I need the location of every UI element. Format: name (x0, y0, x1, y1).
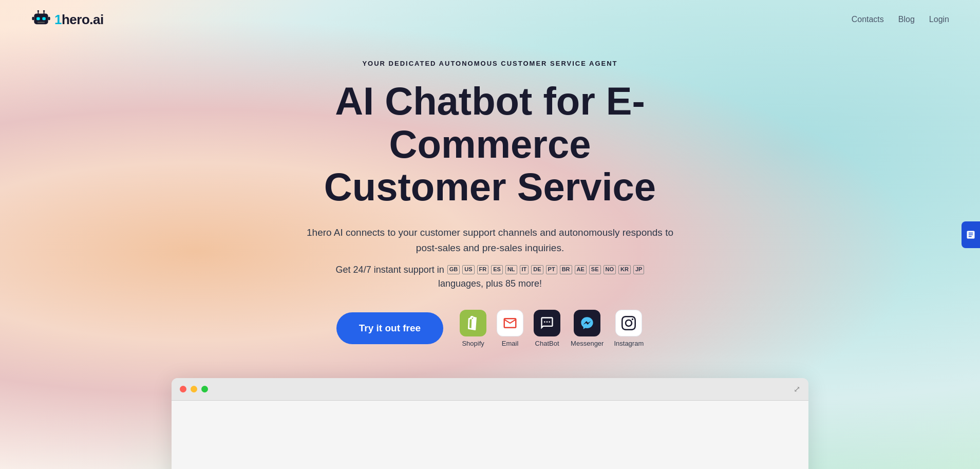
lang-pt: PT (546, 265, 557, 274)
nav-links: Contacts Blog Login (852, 15, 949, 24)
lang-ae: AE (575, 265, 587, 274)
sidebar-widget-icon (966, 230, 976, 240)
browser-dots (180, 386, 208, 392)
lang-us: US (462, 265, 474, 274)
lang-br: BR (560, 265, 572, 274)
platform-instagram[interactable]: Instagram (614, 310, 644, 347)
nav-contacts[interactable]: Contacts (852, 15, 884, 24)
browser-mockup: ⤢ (172, 378, 808, 469)
browser-dot-yellow (191, 386, 197, 392)
instagram-icon (615, 310, 642, 336)
browser-toolbar: ⤢ (172, 378, 808, 400)
logo-robot-icon (31, 10, 51, 29)
instagram-label: Instagram (614, 340, 644, 347)
svg-point-3 (43, 10, 45, 12)
svg-point-1 (37, 10, 39, 12)
chatbot-label: ChatBot (535, 340, 559, 347)
browser-dot-red (180, 386, 186, 392)
lang-se: SE (589, 265, 601, 274)
tagline: YOUR DEDICATED AUTONOMOUS CUSTOMER SERVI… (362, 60, 617, 67)
browser-dot-green (201, 386, 208, 392)
cta-row: Try it out free Shopify (336, 310, 644, 347)
main-content: YOUR DEDICATED AUTONOMOUS CUSTOMER SERVI… (0, 39, 980, 469)
lang-no: NO (604, 265, 616, 274)
headline-line1: AI Chatbot for E-Commerce (335, 79, 645, 166)
svg-rect-7 (37, 22, 45, 23)
language-flags: GB US FR ES NL IT DE PT BR AE SE NO KR J… (447, 265, 645, 274)
chatbot-icon (534, 310, 560, 336)
platform-email[interactable]: Email (497, 310, 523, 347)
languages-prefix: Get 24/7 instant support in (336, 265, 444, 275)
svg-rect-8 (32, 17, 34, 20)
page-wrapper: 1hero.ai Contacts Blog Login YOUR DEDICA… (0, 0, 980, 469)
platform-messenger[interactable]: Messenger (571, 310, 604, 347)
lang-nl: NL (505, 265, 517, 274)
sidebar-widget[interactable] (962, 221, 980, 248)
nav-login[interactable]: Login (929, 15, 949, 24)
lang-kr: KR (618, 265, 631, 274)
headline-line2: Customer Service (324, 165, 656, 209)
platform-shopify[interactable]: Shopify (460, 310, 486, 347)
shopify-icon (460, 310, 486, 336)
languages-line: Get 24/7 instant support in GB US FR ES … (285, 265, 695, 289)
browser-expand-icon[interactable]: ⤢ (794, 384, 800, 394)
lang-es: ES (491, 265, 503, 274)
browser-content (172, 400, 808, 469)
messenger-label: Messenger (571, 340, 604, 347)
lang-de: DE (531, 265, 543, 274)
platform-icons: Shopify Email (460, 310, 644, 347)
svg-rect-5 (36, 17, 40, 21)
headline: AI Chatbot for E-Commerce Customer Servi… (259, 80, 721, 209)
lang-fr: FR (477, 265, 489, 274)
header: 1hero.ai Contacts Blog Login (0, 0, 980, 39)
lang-gb: GB (447, 265, 460, 274)
logo[interactable]: 1hero.ai (31, 10, 104, 29)
email-icon (497, 310, 523, 336)
platform-chatbot[interactable]: ChatBot (534, 310, 560, 347)
logo-1: 1 (54, 12, 62, 27)
svg-rect-9 (48, 17, 50, 20)
lang-it: IT (520, 265, 529, 274)
logo-text: 1hero.ai (54, 12, 104, 28)
description: 1hero AI connects to your customer suppo… (300, 225, 680, 256)
languages-suffix: languages, plus 85 more! (438, 278, 542, 289)
svg-rect-6 (42, 17, 45, 21)
nav-blog[interactable]: Blog (898, 15, 915, 24)
messenger-icon (574, 310, 600, 336)
shopify-label: Shopify (462, 340, 484, 347)
lang-jp: JP (633, 265, 644, 274)
email-label: Email (502, 340, 519, 347)
try-free-button[interactable]: Try it out free (336, 312, 443, 344)
